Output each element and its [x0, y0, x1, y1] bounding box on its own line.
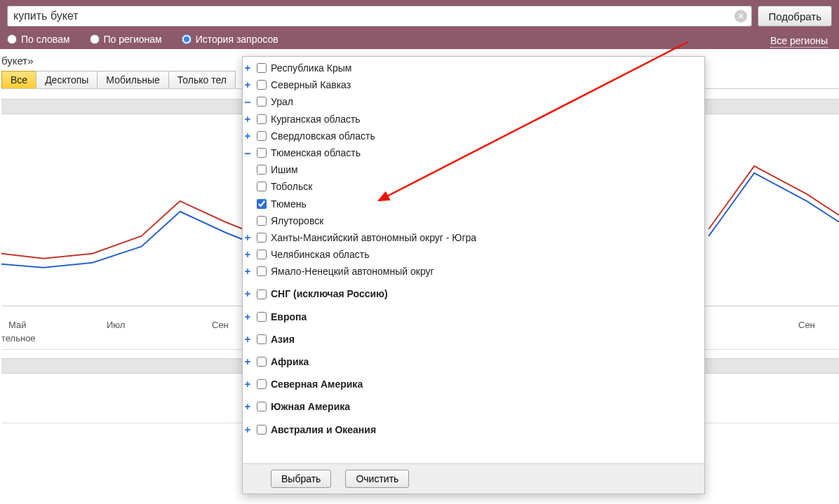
collapse-icon[interactable]: –: [243, 95, 253, 108]
region-chelyab[interactable]: + Челябинская область: [243, 248, 700, 261]
expand-icon[interactable]: +: [243, 333, 253, 346]
xlabel-jul: Июл: [107, 320, 125, 330]
expand-icon[interactable]: +: [243, 287, 253, 300]
region-chelyab-checkbox[interactable]: [257, 250, 267, 259]
region-yalutor-checkbox[interactable]: [257, 216, 267, 226]
region-tyumen[interactable]: + Тюмень: [243, 198, 700, 210]
region-ural-checkbox[interactable]: [257, 97, 267, 107]
region-tobolsk[interactable]: + Тобольск: [243, 180, 700, 193]
region-namerica[interactable]: + Северная Америка: [243, 378, 700, 390]
mode-words-label: По словам: [21, 34, 70, 45]
expand-icon[interactable]: +: [243, 355, 253, 368]
region-sverdl[interactable]: + Свердловская область: [243, 130, 700, 142]
expand-icon[interactable]: +: [243, 130, 253, 142]
search-row: ✕ Подобрать: [7, 6, 832, 27]
region-yalutor[interactable]: + Ялуторовск: [243, 214, 700, 227]
region-hmao-checkbox[interactable]: [257, 233, 267, 243]
mode-history-label: История запросов: [196, 34, 278, 45]
region-hmao[interactable]: + Ханты-Мансийский автономный округ - Юг…: [243, 231, 700, 244]
tab-phones[interactable]: Только тел: [168, 71, 236, 88]
mode-radio-row: По словам По регионам История запросов: [7, 34, 832, 45]
region-samerica[interactable]: + Южная Америка: [243, 400, 700, 413]
region-tobolsk-checkbox[interactable]: [257, 182, 267, 191]
region-tree[interactable]: + Республика Крым + Северный Кавказ – Ур…: [243, 57, 704, 463]
expand-icon[interactable]: +: [243, 423, 253, 436]
region-sng-checkbox[interactable]: [257, 290, 267, 299]
expand-icon[interactable]: +: [243, 248, 253, 261]
region-asia[interactable]: + Азия: [243, 333, 700, 346]
submit-button[interactable]: Подобрать: [758, 6, 832, 27]
region-panel-footer: Выбрать Очистить: [243, 463, 704, 493]
region-samerica-checkbox[interactable]: [257, 402, 267, 411]
mode-words[interactable]: По словам: [7, 34, 70, 45]
region-africa[interactable]: + Африка: [243, 355, 700, 368]
region-tyumen-obl[interactable]: – Тюменская область: [243, 147, 700, 159]
region-nkavkaz-checkbox[interactable]: [257, 80, 267, 90]
region-nkavkaz[interactable]: + Северный Кавказ: [243, 79, 700, 91]
search-input-wrap[interactable]: ✕: [7, 6, 752, 27]
mode-regions-label: По регионам: [104, 34, 162, 45]
region-kurgan[interactable]: + Курганская область: [243, 113, 700, 125]
mode-history[interactable]: История запросов: [182, 34, 278, 45]
region-oceania-checkbox[interactable]: [257, 425, 267, 435]
select-button[interactable]: Выбрать: [271, 470, 331, 488]
tab-mobile[interactable]: Мобильные: [97, 71, 168, 88]
expand-icon[interactable]: +: [243, 231, 253, 244]
region-tyumen-checkbox[interactable]: [257, 199, 267, 209]
region-sng[interactable]: + СНГ (исключая Россию): [243, 287, 700, 300]
region-namerica-checkbox[interactable]: [257, 379, 267, 389]
tab-all[interactable]: Все: [1, 71, 36, 88]
region-dropdown-panel: + Республика Крым + Северный Кавказ – Ур…: [242, 56, 705, 494]
region-tyumen-obl-checkbox[interactable]: [257, 148, 267, 158]
region-africa-checkbox[interactable]: [257, 357, 267, 367]
region-sverdl-checkbox[interactable]: [257, 131, 267, 141]
mode-words-radio[interactable]: [7, 34, 17, 44]
search-input[interactable]: [13, 10, 734, 22]
mode-regions-radio[interactable]: [90, 34, 100, 44]
region-yanao[interactable]: + Ямало-Ненецкий автономный округ: [243, 265, 700, 278]
topbar: ✕ Подобрать По словам По регионам Истори…: [0, 0, 839, 49]
expand-icon[interactable]: +: [243, 113, 253, 125]
region-europe-checkbox[interactable]: [257, 312, 267, 322]
mode-regions[interactable]: По регионам: [90, 34, 162, 45]
collapse-icon[interactable]: –: [243, 147, 253, 159]
region-kurgan-checkbox[interactable]: [257, 114, 267, 124]
region-krym[interactable]: + Республика Крым: [243, 62, 700, 74]
clear-button[interactable]: Очистить: [345, 470, 409, 488]
expand-icon[interactable]: +: [243, 62, 253, 74]
xlabel-sep-right: Сен: [798, 320, 815, 330]
expand-icon[interactable]: +: [243, 378, 253, 390]
region-oceania[interactable]: + Австралия и Океания: [243, 423, 700, 436]
region-ishim[interactable]: + Ишим: [243, 163, 700, 176]
expand-icon[interactable]: +: [243, 311, 253, 323]
region-ural[interactable]: – Урал: [243, 95, 700, 108]
expand-icon[interactable]: +: [243, 79, 253, 91]
region-yanao-checkbox[interactable]: [257, 266, 267, 276]
region-krym-checkbox[interactable]: [257, 63, 267, 73]
xlabel-sep: Сен: [212, 320, 229, 330]
region-europe[interactable]: + Европа: [243, 311, 700, 323]
expand-icon[interactable]: +: [243, 400, 253, 413]
clear-input-icon[interactable]: ✕: [734, 10, 747, 22]
all-regions-link[interactable]: Все регионы: [770, 35, 828, 48]
xlabel-may: Май: [8, 320, 26, 330]
expand-icon[interactable]: +: [243, 265, 253, 278]
tab-desktop[interactable]: Десктопы: [36, 71, 97, 88]
mode-history-radio[interactable]: [182, 34, 192, 44]
region-asia-checkbox[interactable]: [257, 334, 267, 344]
region-ishim-checkbox[interactable]: [257, 165, 267, 175]
